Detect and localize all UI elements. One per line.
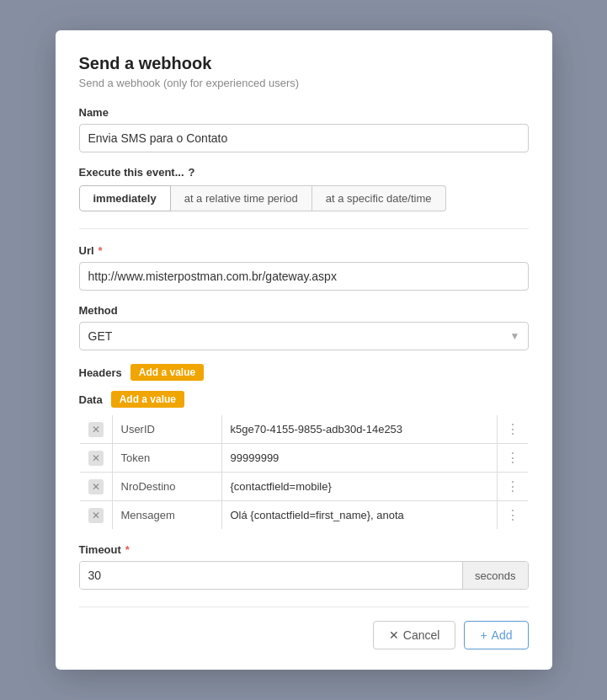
data-section: Data Add a value ✕ UserID k5ge70-4155-98… — [79, 391, 529, 530]
value-cell: {contactfield=mobile} — [221, 473, 497, 501]
execute-section: Execute this event... ? immediately at a… — [79, 166, 529, 211]
tab-relative[interactable]: at a relative time period — [171, 185, 312, 211]
value-cell: 99999999 — [221, 444, 497, 473]
key-cell: Token — [112, 444, 221, 473]
action-cell[interactable]: ⋮ — [497, 415, 528, 444]
divider-1 — [79, 228, 529, 229]
add-button[interactable]: + Add — [464, 621, 528, 649]
help-icon[interactable]: ? — [189, 166, 195, 179]
table-row: ✕ Token 99999999 ⋮ — [79, 444, 528, 473]
remove-icon: ✕ — [88, 451, 104, 466]
name-section: Name — [79, 106, 529, 152]
remove-icon: ✕ — [88, 479, 104, 494]
add-label: Add — [492, 628, 513, 642]
key-cell: NroDestino — [112, 473, 221, 501]
remove-cell[interactable]: ✕ — [79, 415, 112, 444]
url-required: * — [99, 244, 103, 257]
action-cell[interactable]: ⋮ — [497, 444, 528, 473]
remove-cell[interactable]: ✕ — [79, 501, 112, 530]
remove-cell[interactable]: ✕ — [79, 473, 112, 501]
name-input[interactable] — [79, 124, 529, 152]
action-cell[interactable]: ⋮ — [497, 473, 528, 501]
cancel-label: Cancel — [403, 628, 440, 642]
tab-immediately[interactable]: immediately — [79, 185, 171, 211]
dots-icon: ⋮ — [506, 451, 519, 465]
timeout-input-wrapper: seconds — [79, 561, 529, 590]
remove-cell[interactable]: ✕ — [79, 444, 112, 473]
modal-footer: ✕ Cancel + Add — [79, 621, 529, 649]
cancel-icon: ✕ — [389, 628, 399, 642]
headers-label: Headers — [79, 366, 122, 379]
dots-icon: ⋮ — [506, 422, 519, 436]
value-cell: k5ge70-4155-9855-adb30d-14e253 — [221, 415, 497, 444]
data-table: ✕ UserID k5ge70-4155-9855-adb30d-14e253 … — [79, 414, 529, 530]
data-header: Data Add a value — [79, 391, 529, 408]
remove-icon: ✕ — [88, 422, 104, 437]
modal-subtitle: Send a webhook (only for experienced use… — [79, 77, 529, 89]
value-cell: Olá {contactfield=first_name}, anota — [221, 501, 497, 530]
timeout-section: Timeout * seconds — [79, 543, 529, 590]
table-row: ✕ NroDestino {contactfield=mobile} ⋮ — [79, 473, 528, 501]
data-label: Data — [79, 393, 103, 406]
name-label: Name — [79, 106, 529, 119]
timeout-suffix: seconds — [462, 562, 527, 589]
headers-add-button[interactable]: Add a value — [130, 364, 204, 381]
method-select-wrapper: GET POST PUT DELETE PATCH ▼ — [79, 322, 529, 350]
add-icon: + — [480, 628, 487, 642]
url-input[interactable] — [79, 262, 529, 291]
tab-specific[interactable]: at a specific date/time — [312, 185, 446, 211]
execute-label: Execute this event... ? — [79, 166, 529, 179]
key-cell: UserID — [112, 415, 221, 444]
key-cell: Mensagem — [112, 501, 221, 530]
dots-icon: ⋮ — [506, 479, 519, 494]
table-row: ✕ UserID k5ge70-4155-9855-adb30d-14e253 … — [79, 415, 528, 444]
url-label: Url * — [79, 244, 529, 257]
url-section: Url * — [79, 244, 529, 291]
tab-group: immediately at a relative time period at… — [79, 185, 529, 211]
modal-overlay: Send a webhook Send a webhook (only for … — [0, 0, 607, 700]
data-add-button[interactable]: Add a value — [111, 391, 184, 408]
modal-title: Send a webhook — [79, 54, 529, 73]
dots-icon: ⋮ — [506, 508, 519, 522]
timeout-input[interactable] — [80, 562, 463, 589]
webhook-modal: Send a webhook Send a webhook (only for … — [56, 30, 552, 670]
action-cell[interactable]: ⋮ — [497, 501, 528, 530]
table-row: ✕ Mensagem Olá {contactfield=first_name}… — [79, 501, 528, 530]
cancel-button[interactable]: ✕ Cancel — [373, 621, 456, 649]
method-section: Method GET POST PUT DELETE PATCH ▼ — [79, 304, 529, 350]
method-select[interactable]: GET POST PUT DELETE PATCH — [79, 322, 529, 350]
remove-icon: ✕ — [88, 508, 104, 523]
footer-divider — [79, 606, 529, 607]
timeout-label: Timeout * — [79, 543, 529, 556]
method-label: Method — [79, 304, 529, 317]
headers-section: Headers Add a value — [79, 364, 529, 381]
timeout-required: * — [125, 543, 130, 556]
